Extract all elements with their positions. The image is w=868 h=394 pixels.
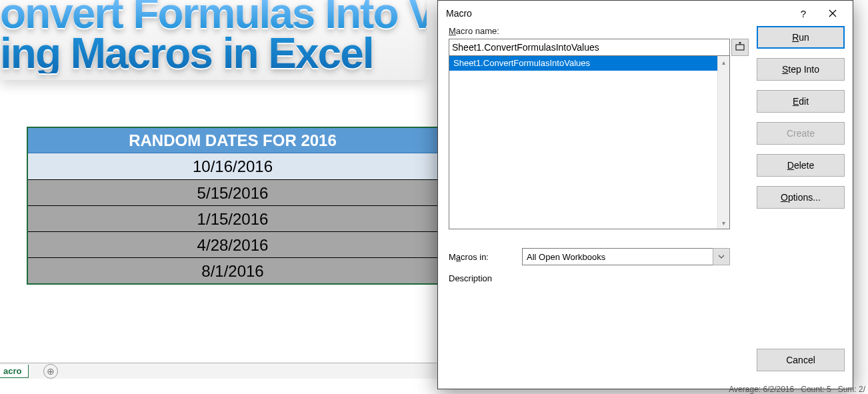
plus-icon: ⊕ (47, 366, 55, 377)
table-row[interactable]: 8/1/2016 (28, 257, 437, 283)
options-button[interactable]: Options... (757, 186, 845, 209)
title-banner: onvert Formulas Into Values ing Macros i… (0, 0, 427, 80)
table-header: RANDOM DATES FOR 2016 (28, 128, 437, 153)
macros-in-label: Macros in: (449, 252, 522, 262)
dialog-title: Macro (446, 8, 472, 19)
data-table[interactable]: RANDOM DATES FOR 2016 10/16/2016 5/15/20… (27, 127, 439, 285)
new-sheet-button[interactable]: ⊕ (43, 364, 58, 379)
macros-in-value: All Open Workbooks (527, 252, 605, 262)
macro-list[interactable]: Sheet1.ConvertFormulasIntoValues ▴ ▾ (449, 56, 730, 229)
macro-name-label: Macro name: (449, 26, 749, 36)
create-button: Create (757, 122, 845, 145)
macro-dialog: Macro ? Macro name: Sheet1.ConvertFo (437, 0, 853, 389)
delete-button[interactable]: Delete (757, 154, 845, 177)
table-row[interactable]: 4/28/2016 (28, 231, 437, 257)
scroll-down-icon[interactable]: ▾ (718, 217, 729, 229)
table-row[interactable]: 10/16/2016 (28, 153, 437, 179)
status-bar: Average: 6/2/2016 Count: 5 Sum: 2/ (729, 385, 865, 394)
cancel-button[interactable]: Cancel (757, 349, 845, 371)
macros-in-select[interactable]: All Open Workbooks (522, 248, 730, 265)
button-column: Run Step Into Edit Create Delete Options… (757, 26, 845, 381)
list-item[interactable]: Sheet1.ConvertFormulasIntoValues (449, 56, 729, 71)
description-label: Description (449, 273, 749, 283)
scroll-up-icon[interactable]: ▴ (718, 56, 729, 68)
table-row[interactable]: 1/15/2016 (28, 205, 437, 231)
run-button[interactable]: Run (757, 26, 845, 49)
titlebar: Macro ? (438, 1, 853, 26)
scrollbar[interactable]: ▴ ▾ (717, 56, 729, 229)
sheet-tab[interactable]: acro (0, 365, 29, 378)
help-button[interactable]: ? (789, 4, 818, 23)
macro-name-input[interactable] (449, 39, 730, 56)
range-select-button[interactable] (731, 39, 749, 56)
banner-text: onvert Formulas Into Values ing Macros i… (0, 0, 427, 73)
chevron-down-icon (713, 248, 730, 265)
sheet-tab-bar: acro ⊕ (0, 363, 437, 379)
help-icon: ? (801, 8, 806, 19)
banner-line2: ing Macros in Excel (0, 29, 373, 77)
svg-rect-1 (736, 45, 744, 50)
step-into-button[interactable]: Step Into (757, 58, 845, 81)
table-row[interactable]: 5/15/2016 (28, 179, 437, 205)
edit-button[interactable]: Edit (757, 90, 845, 113)
close-button[interactable] (818, 4, 847, 23)
range-select-icon (735, 41, 745, 53)
close-icon (829, 8, 837, 19)
